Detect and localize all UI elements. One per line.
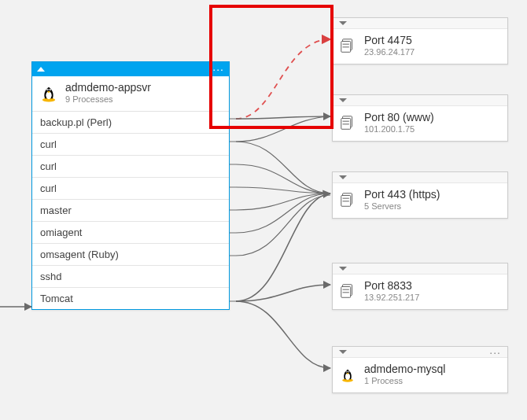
svg-point-34 <box>346 371 347 372</box>
svg-point-12 <box>47 89 48 90</box>
chevron-down-icon[interactable] <box>339 98 347 102</box>
chevron-down-icon[interactable] <box>339 350 347 354</box>
process-item[interactable]: master <box>32 199 229 221</box>
dest-node-port-443[interactable]: Port 443 (https) 5 Servers <box>332 171 508 219</box>
server-header: admdemo-appsvr 9 Processes <box>32 76 229 112</box>
dest-node-port-4475[interactable]: Port 4475 23.96.24.177 <box>332 17 508 64</box>
process-item[interactable]: Tomcat <box>32 287 229 309</box>
dest-node-admdemo-mysql[interactable]: ··· admdemo-mysql 1 Process <box>332 346 508 393</box>
dest-title: Port 8833 <box>364 279 419 293</box>
svg-point-35 <box>348 371 349 372</box>
process-item[interactable]: omiagent <box>32 221 229 243</box>
server-node-top-strip[interactable]: ··· <box>32 62 229 76</box>
svg-point-13 <box>50 89 50 90</box>
dest-title: admdemo-mysql <box>364 363 445 376</box>
dest-node-port-8833[interactable]: Port 8833 13.92.251.217 <box>332 263 508 310</box>
dest-title: Port 443 (https) <box>364 188 440 201</box>
process-item[interactable]: sshd <box>32 265 229 287</box>
process-item[interactable]: curl <box>32 133 229 155</box>
dest-sub: 1 Process <box>364 376 445 386</box>
process-item[interactable]: backup.pl (Perl) <box>32 112 229 133</box>
process-item[interactable]: omsagent (Ruby) <box>32 243 229 265</box>
more-icon[interactable]: ··· <box>489 347 501 358</box>
dest-node-port-80[interactable]: Port 80 (www) 101.200.1.75 <box>332 94 508 142</box>
dest-sub: 13.92.251.217 <box>364 293 419 303</box>
servers-icon <box>339 114 356 131</box>
process-item[interactable]: curl <box>32 155 229 177</box>
server-name: admdemo-appsvr <box>65 81 151 94</box>
server-node-admdemo-appsvr[interactable]: ··· admdemo-appsvr 9 Processes backup.pl… <box>31 61 230 310</box>
servers-icon <box>339 37 356 54</box>
servers-icon <box>339 282 356 300</box>
process-item[interactable]: curl <box>32 177 229 199</box>
linux-icon <box>339 366 356 383</box>
chevron-down-icon[interactable] <box>339 21 347 25</box>
dest-title: Port 4475 <box>364 34 415 47</box>
dest-sub: 101.200.1.75 <box>364 124 434 134</box>
more-icon[interactable]: ··· <box>212 64 224 75</box>
collapse-icon[interactable] <box>37 67 45 72</box>
chevron-down-icon[interactable] <box>339 267 347 271</box>
dest-sub: 23.96.24.177 <box>364 47 415 57</box>
servers-icon <box>339 191 356 208</box>
server-subtitle: 9 Processes <box>65 94 151 105</box>
dest-title: Port 80 (www) <box>364 111 434 124</box>
linux-icon <box>39 83 59 103</box>
chevron-down-icon[interactable] <box>339 175 347 179</box>
process-list: backup.pl (Perl) curl curl curl master o… <box>32 112 229 309</box>
dest-sub: 5 Servers <box>364 201 440 212</box>
